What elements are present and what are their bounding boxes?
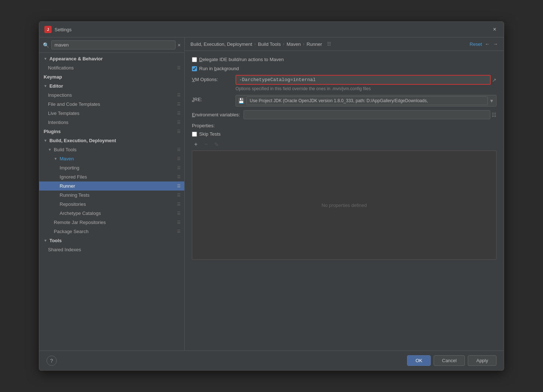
sidebar-item-tools[interactable]: ▼ Tools — [39, 236, 184, 245]
sidebar-item-ignored-files[interactable]: Ignored Files ☰ — [39, 172, 184, 181]
vm-options-input[interactable] — [236, 75, 491, 85]
breadcrumb: Build, Execution, Deployment › Build Too… — [185, 37, 504, 51]
expand-arrow-icon: ▼ — [54, 157, 57, 161]
sidebar-item-label: Build, Execution, Deployment — [49, 138, 116, 143]
settings-icon: ☰ — [177, 229, 181, 234]
run-in-background-checkbox[interactable] — [192, 66, 197, 71]
settings-icon: ☰ — [177, 184, 181, 188]
settings-dialog: J Settings × 🔍 × ▼ Appearance & Behavior — [39, 21, 504, 371]
sidebar-item-repositories[interactable]: Repositories ☰ — [39, 200, 184, 209]
run-in-background-checkbox-label[interactable]: Run in background — [192, 66, 239, 71]
skip-tests-checkbox[interactable] — [192, 132, 197, 137]
settings-icon: ☰ — [177, 147, 181, 152]
settings-icon: ☰ — [177, 129, 181, 134]
settings-icon: ☰ — [177, 202, 181, 207]
jre-label: JRE: — [192, 95, 232, 102]
back-button[interactable]: ← — [485, 41, 490, 47]
sidebar-item-label: Inspections — [48, 92, 72, 98]
breadcrumb-item-1: Build, Execution, Deployment — [190, 41, 252, 47]
sidebar-item-keymap[interactable]: Keymap — [39, 72, 184, 81]
sidebar-item-label: Running Tests — [60, 192, 89, 198]
sidebar-item-plugins[interactable]: Plugins ☰ — [39, 127, 184, 136]
skip-tests-checkbox-label[interactable]: Skip Tests — [192, 131, 221, 137]
settings-icon: ☰ — [177, 111, 181, 116]
breadcrumb-item-4: Runner — [306, 41, 322, 47]
settings-icon: ☰ — [177, 93, 181, 97]
sidebar-item-package-search[interactable]: Package Search ☰ — [39, 227, 184, 236]
dialog-footer: ? OK Cancel Apply — [39, 351, 504, 370]
sidebar-item-label: Tools — [49, 238, 62, 243]
settings-icon: ☰ — [177, 120, 181, 125]
reset-button[interactable]: Reset — [470, 41, 482, 47]
settings-icon: ☰ — [177, 102, 181, 107]
sidebar-item-maven[interactable]: ▼ Maven ☰ — [39, 154, 184, 163]
remove-property-button[interactable]: − — [202, 140, 210, 148]
breadcrumb-sep-2: › — [283, 41, 284, 47]
help-button[interactable]: ? — [47, 356, 57, 366]
edit-property-button[interactable]: ✎ — [212, 140, 220, 148]
skip-tests-row: Skip Tests — [192, 131, 496, 137]
sidebar-item-remote-jar-repositories[interactable]: Remote Jar Repositories ☰ — [39, 218, 184, 227]
sidebar-item-live-templates[interactable]: Live Templates ☰ — [39, 109, 184, 118]
forward-button[interactable]: → — [493, 41, 498, 47]
env-variables-expand-button[interactable]: ☷ — [492, 112, 496, 118]
sidebar-item-running-tests[interactable]: Running Tests ☰ — [39, 191, 184, 200]
skip-tests-label: Skip Tests — [199, 131, 221, 137]
sidebar-item-notifications[interactable]: Notifications ☰ — [39, 63, 184, 72]
nav-tree: ▼ Appearance & Behavior Notifications ☰ … — [39, 53, 184, 351]
vm-options-hint: Options specified in this field override… — [236, 86, 496, 91]
expand-arrow-icon: ▼ — [44, 239, 47, 243]
sidebar-item-label: Ignored Files — [60, 174, 87, 180]
sidebar-item-archetype-catalogs[interactable]: Archetype Catalogs ☰ — [39, 209, 184, 218]
sidebar-item-inspections[interactable]: Inspections ☰ — [39, 91, 184, 100]
sidebar-item-label: Keymap — [44, 74, 62, 80]
delegate-ide-label: Delegate IDE build/run actions to Maven — [199, 57, 284, 62]
properties-label: Properties: — [192, 123, 496, 128]
expand-arrow-icon: ▼ — [44, 57, 47, 61]
sidebar-item-intentions[interactable]: Intentions ☰ — [39, 118, 184, 127]
sidebar-item-label: File and Code Templates — [48, 101, 100, 107]
no-properties-text: No properties defined — [322, 203, 367, 208]
sidebar-item-label: Live Templates — [48, 111, 79, 116]
sidebar-item-label: Maven — [60, 156, 74, 161]
sidebar-item-file-code-templates[interactable]: File and Code Templates ☰ — [39, 100, 184, 109]
title-bar: J Settings × — [39, 22, 504, 37]
expand-arrow-icon: ▼ — [48, 148, 52, 152]
sidebar-item-label: Build Tools — [54, 147, 77, 152]
search-box: 🔍 × — [39, 37, 184, 53]
vm-options-expand-button[interactable]: ↗ — [492, 77, 496, 83]
sidebar-item-label: Notifications — [48, 65, 74, 71]
sidebar-item-shared-indexes[interactable]: Shared Indexes — [39, 245, 184, 254]
grid-icon: ☷ — [327, 41, 331, 47]
sidebar-item-appearance[interactable]: ▼ Appearance & Behavior — [39, 54, 184, 63]
settings-icon: ☰ — [177, 65, 181, 70]
jre-select[interactable]: Use Project JDK (Oracle OpenJDK version … — [246, 96, 488, 105]
expand-arrow-icon: ▼ — [44, 139, 47, 143]
sidebar-item-label: Shared Indexes — [48, 247, 81, 252]
sidebar-item-label: Importing — [60, 165, 79, 171]
run-in-background-row: Run in background — [192, 66, 496, 71]
env-variables-input[interactable] — [244, 110, 490, 119]
sidebar-item-build-exec-deploy[interactable]: ▼ Build, Execution, Deployment — [39, 136, 184, 145]
cancel-button[interactable]: Cancel — [434, 355, 465, 366]
sidebar-item-importing[interactable]: Importing ☰ — [39, 163, 184, 172]
sidebar-item-build-tools[interactable]: ▼ Build Tools ☰ — [39, 145, 184, 154]
app-icon: J — [44, 26, 52, 33]
add-property-button[interactable]: + — [192, 140, 200, 148]
sidebar-item-label: Editor — [49, 83, 63, 89]
search-input[interactable] — [51, 40, 176, 49]
sidebar-item-label: Remote Jar Repositories — [54, 220, 106, 225]
footer-buttons: OK Cancel Apply — [407, 355, 496, 366]
search-clear-button[interactable]: × — [178, 42, 181, 48]
sidebar: 🔍 × ▼ Appearance & Behavior Notification… — [39, 37, 185, 351]
props-toolbar: + − ✎ — [192, 140, 496, 148]
close-button[interactable]: × — [491, 25, 499, 33]
delegate-ide-checkbox-label[interactable]: Delegate IDE build/run actions to Maven — [192, 57, 284, 62]
sidebar-item-runner[interactable]: Runner ☰ — [39, 181, 184, 191]
sidebar-item-editor[interactable]: ▼ Editor — [39, 81, 184, 91]
sidebar-item-label: Plugins — [44, 129, 61, 134]
ok-button[interactable]: OK — [407, 355, 431, 366]
apply-button[interactable]: Apply — [468, 355, 496, 366]
settings-icon: ☰ — [177, 193, 181, 197]
delegate-ide-checkbox[interactable] — [192, 57, 197, 62]
